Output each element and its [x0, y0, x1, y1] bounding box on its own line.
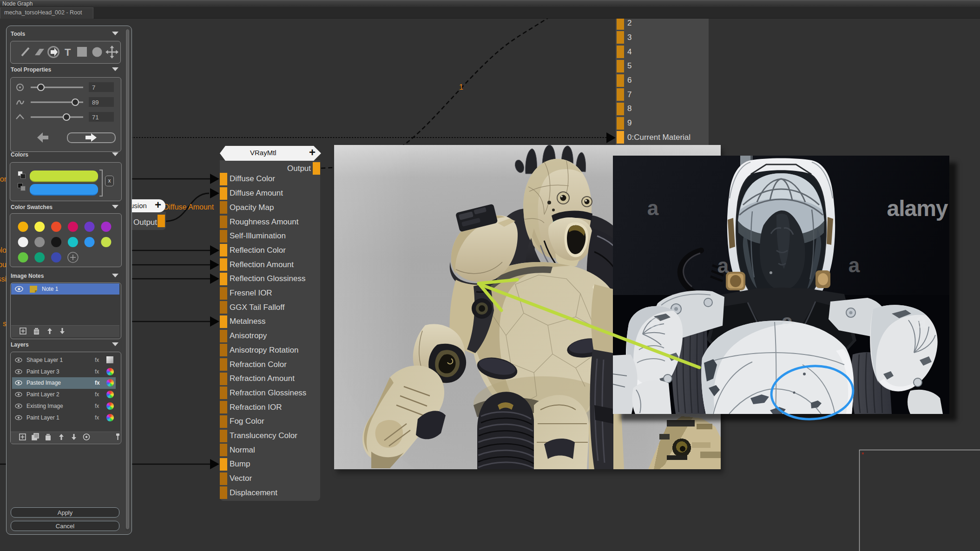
svg-text:T: T: [65, 46, 71, 58]
svg-text:89: 89: [92, 99, 99, 106]
svg-text:71: 71: [92, 114, 99, 121]
svg-text:7: 7: [92, 84, 95, 91]
